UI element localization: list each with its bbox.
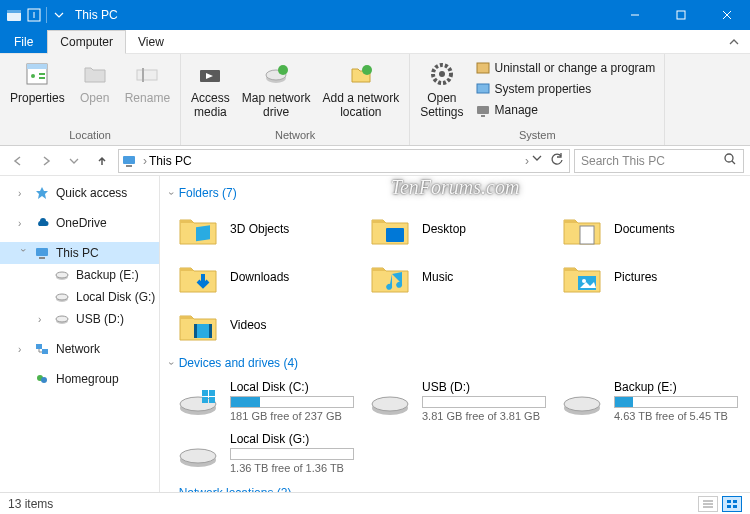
group-drives-header[interactable]: › Devices and drives (4)	[170, 356, 740, 370]
ribbon-collapse-icon[interactable]	[718, 30, 750, 53]
close-button[interactable]	[704, 0, 750, 30]
folder-item[interactable]: Music	[366, 256, 548, 298]
svg-rect-66	[727, 500, 731, 503]
svg-point-36	[56, 316, 68, 322]
view-details-button[interactable]	[698, 496, 718, 512]
svg-rect-5	[677, 11, 685, 19]
drive-progress	[422, 396, 546, 408]
group-folders-header[interactable]: › Folders (7)	[170, 186, 740, 200]
svg-rect-37	[36, 344, 42, 349]
drive-item[interactable]: Local Disk (G:) 1.36 TB free of 1.36 TB	[174, 430, 356, 476]
svg-rect-38	[42, 349, 48, 354]
rename-button[interactable]: Rename	[121, 56, 174, 129]
folder-icon	[560, 210, 604, 248]
sidebar-item-usb[interactable]: ›USB (D:)	[0, 308, 159, 330]
qa-dropdown-icon[interactable]	[51, 7, 67, 23]
folder-item[interactable]: Documents	[558, 208, 740, 250]
folder-item[interactable]: Videos	[174, 304, 356, 346]
open-settings-button[interactable]: Open Settings	[416, 56, 467, 129]
nav-up-button[interactable]	[90, 149, 114, 173]
add-netloc-label: Add a network location	[322, 92, 399, 120]
drive-progress	[614, 396, 738, 408]
nav-recent-button[interactable]	[62, 149, 86, 173]
sidebar-item-quick[interactable]: ›Quick access	[0, 182, 159, 204]
uninstall-icon	[475, 60, 491, 76]
folder-icon	[176, 210, 220, 248]
svg-rect-51	[202, 390, 208, 396]
drive-free-text: 181 GB free of 237 GB	[230, 410, 354, 422]
svg-rect-9	[27, 64, 47, 69]
address-row: › This PC › Search This PC	[0, 146, 750, 176]
sidebar-item-homegroup[interactable]: Homegroup	[0, 368, 159, 390]
svg-line-27	[732, 161, 735, 164]
refresh-icon[interactable]	[547, 152, 567, 169]
folder-item[interactable]: Pictures	[558, 256, 740, 298]
folder-label: Music	[422, 270, 546, 284]
sysprops-icon	[475, 81, 491, 97]
open-button[interactable]: Open	[73, 56, 117, 129]
svg-rect-22	[477, 84, 489, 93]
add-netloc-button[interactable]: Add a network location	[318, 56, 403, 129]
nav-back-button[interactable]	[6, 149, 30, 173]
svg-rect-69	[733, 505, 737, 508]
open-icon	[79, 58, 111, 90]
group-network-name: Network	[187, 129, 403, 143]
sidebar-label: This PC	[56, 246, 99, 260]
main-area: ›Quick access ›OneDrive ›This PC Backup …	[0, 176, 750, 492]
drive-item[interactable]: USB (D:) 3.81 GB free of 3.81 GB	[366, 378, 548, 424]
computer-tab[interactable]: Computer	[47, 30, 126, 54]
system-props-button[interactable]: System properties	[472, 80, 659, 98]
drive-free-text: 1.36 TB free of 1.36 TB	[230, 462, 354, 474]
drives-grid: Local Disk (C:) 181 GB free of 237 GB US…	[174, 378, 740, 476]
gear-icon	[426, 58, 458, 90]
group-netloc-header[interactable]: › Network locations (2)	[170, 486, 740, 492]
drive-icon	[176, 434, 220, 472]
nav-forward-button[interactable]	[34, 149, 58, 173]
sidebar-item-thispc[interactable]: ›This PC	[0, 242, 159, 264]
sidebar-item-network[interactable]: ›Network	[0, 338, 159, 360]
ribbon-tabs: File Computer View	[0, 30, 750, 54]
ribbon-body: Properties Open Rename Location Access m…	[0, 54, 750, 146]
uninstall-button[interactable]: Uninstall or change a program	[472, 59, 659, 77]
file-tab[interactable]: File	[0, 30, 47, 53]
access-media-button[interactable]: Access media	[187, 56, 234, 129]
media-icon	[194, 58, 226, 90]
folder-label: Downloads	[230, 270, 354, 284]
drive-item[interactable]: Local Disk (C:) 181 GB free of 237 GB	[174, 378, 356, 424]
folder-item[interactable]: Desktop	[366, 208, 548, 250]
svg-rect-53	[202, 397, 208, 403]
svg-point-17	[278, 65, 288, 75]
folder-item[interactable]: Downloads	[174, 256, 356, 298]
sidebar-item-localg[interactable]: Local Disk (G:)	[0, 286, 159, 308]
drive-label: Backup (E:)	[614, 380, 738, 394]
svg-rect-25	[126, 165, 132, 167]
svg-rect-54	[209, 397, 215, 403]
search-input[interactable]: Search This PC	[574, 149, 744, 173]
minimize-button[interactable]	[612, 0, 658, 30]
qa-props-icon[interactable]	[26, 7, 42, 23]
addr-dropdown-icon[interactable]	[529, 152, 545, 169]
drive-icon	[54, 289, 70, 305]
view-tab[interactable]: View	[126, 30, 176, 53]
folder-label: Videos	[230, 318, 354, 332]
properties-button[interactable]: Properties	[6, 56, 69, 129]
view-tiles-button[interactable]	[722, 496, 742, 512]
sidebar-label: Network	[56, 342, 100, 356]
svg-rect-11	[137, 70, 157, 80]
svg-rect-43	[580, 226, 594, 244]
statusbar: 13 items	[0, 492, 750, 514]
network-icon	[34, 341, 50, 357]
drive-item[interactable]: Backup (E:) 4.63 TB free of 5.45 TB	[558, 378, 740, 424]
address-bar[interactable]: › This PC ›	[118, 149, 570, 173]
sidebar-item-onedrive[interactable]: ›OneDrive	[0, 212, 159, 234]
svg-point-58	[564, 397, 600, 411]
maximize-button[interactable]	[658, 0, 704, 30]
ribbon-group-location: Properties Open Rename Location	[0, 54, 181, 145]
map-drive-button[interactable]: Map network drive	[238, 56, 315, 129]
manage-button[interactable]: Manage	[472, 101, 659, 119]
sidebar-item-backup[interactable]: Backup (E:)	[0, 264, 159, 286]
drive-icon	[368, 382, 412, 420]
navigation-pane: ›Quick access ›OneDrive ›This PC Backup …	[0, 176, 160, 492]
svg-point-26	[725, 154, 733, 162]
folder-item[interactable]: 3D Objects	[174, 208, 356, 250]
